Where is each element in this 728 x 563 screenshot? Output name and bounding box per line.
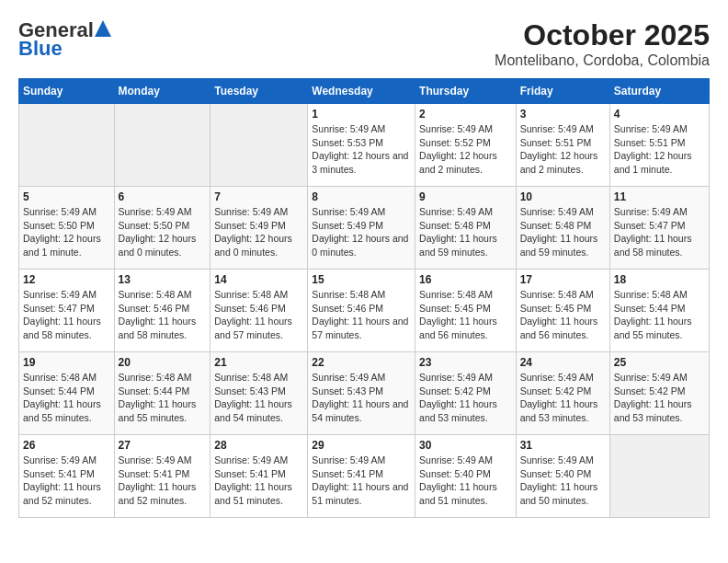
calendar-cell: 26Sunrise: 5:49 AMSunset: 5:41 PMDayligh… [19, 435, 115, 518]
calendar-cell: 28Sunrise: 5:49 AMSunset: 5:41 PMDayligh… [210, 435, 308, 518]
day-number: 22 [312, 356, 411, 369]
day-info: Sunrise: 5:49 AMSunset: 5:42 PMDaylight:… [419, 371, 512, 425]
day-info: Sunrise: 5:48 AMSunset: 5:46 PMDaylight:… [312, 288, 411, 342]
calendar-cell: 13Sunrise: 5:48 AMSunset: 5:46 PMDayligh… [114, 270, 210, 352]
day-info: Sunrise: 5:49 AMSunset: 5:42 PMDaylight:… [520, 371, 606, 425]
calendar-cell [210, 104, 308, 187]
calendar-cell: 21Sunrise: 5:48 AMSunset: 5:43 PMDayligh… [210, 352, 308, 435]
day-number: 5 [23, 190, 110, 203]
weekday-header: Monday [114, 79, 210, 104]
weekday-header-row: SundayMondayTuesdayWednesdayThursdayFrid… [19, 79, 710, 104]
day-info: Sunrise: 5:49 AMSunset: 5:47 PMDaylight:… [614, 205, 705, 259]
day-number: 10 [520, 190, 606, 203]
calendar-title: October 2025 [495, 18, 710, 52]
day-number: 9 [419, 190, 512, 203]
calendar-cell: 19Sunrise: 5:48 AMSunset: 5:44 PMDayligh… [19, 352, 115, 435]
calendar-cell: 1Sunrise: 5:49 AMSunset: 5:53 PMDaylight… [308, 104, 415, 187]
calendar-cell: 23Sunrise: 5:49 AMSunset: 5:42 PMDayligh… [415, 352, 517, 435]
calendar-cell: 20Sunrise: 5:48 AMSunset: 5:44 PMDayligh… [114, 352, 210, 435]
day-info: Sunrise: 5:49 AMSunset: 5:51 PMDaylight:… [614, 122, 705, 177]
day-number: 20 [119, 356, 207, 369]
day-info: Sunrise: 5:49 AMSunset: 5:49 PMDaylight:… [312, 205, 411, 259]
day-number: 2 [419, 108, 512, 121]
calendar-table: SundayMondayTuesdayWednesdayThursdayFrid… [18, 78, 710, 518]
calendar-week-row: 26Sunrise: 5:49 AMSunset: 5:41 PMDayligh… [19, 435, 710, 518]
day-info: Sunrise: 5:48 AMSunset: 5:44 PMDaylight:… [23, 371, 110, 425]
day-number: 6 [119, 190, 207, 203]
day-info: Sunrise: 5:49 AMSunset: 5:40 PMDaylight:… [520, 454, 606, 508]
day-number: 13 [119, 273, 207, 286]
calendar-subtitle: Montelibano, Cordoba, Colombia [495, 52, 710, 69]
day-number: 26 [23, 439, 110, 452]
calendar-cell: 16Sunrise: 5:48 AMSunset: 5:45 PMDayligh… [415, 270, 517, 352]
calendar-cell: 5Sunrise: 5:49 AMSunset: 5:50 PMDaylight… [19, 187, 115, 270]
day-number: 23 [419, 356, 512, 369]
day-info: Sunrise: 5:48 AMSunset: 5:44 PMDaylight:… [119, 371, 207, 425]
calendar-cell: 6Sunrise: 5:49 AMSunset: 5:50 PMDaylight… [114, 187, 210, 270]
day-info: Sunrise: 5:49 AMSunset: 5:48 PMDaylight:… [520, 205, 606, 259]
day-number: 14 [214, 273, 303, 286]
day-info: Sunrise: 5:49 AMSunset: 5:49 PMDaylight:… [214, 205, 303, 259]
calendar-cell: 4Sunrise: 5:49 AMSunset: 5:51 PMDaylight… [609, 104, 709, 187]
day-info: Sunrise: 5:49 AMSunset: 5:41 PMDaylight:… [23, 454, 110, 508]
day-info: Sunrise: 5:48 AMSunset: 5:45 PMDaylight:… [520, 288, 606, 342]
calendar-cell: 31Sunrise: 5:49 AMSunset: 5:40 PMDayligh… [516, 435, 609, 518]
calendar-cell: 17Sunrise: 5:48 AMSunset: 5:45 PMDayligh… [516, 270, 609, 352]
calendar-cell: 27Sunrise: 5:49 AMSunset: 5:41 PMDayligh… [114, 435, 210, 518]
day-info: Sunrise: 5:49 AMSunset: 5:41 PMDaylight:… [312, 454, 411, 508]
calendar-cell: 25Sunrise: 5:49 AMSunset: 5:42 PMDayligh… [609, 352, 709, 435]
day-number: 21 [214, 356, 303, 369]
calendar-cell: 12Sunrise: 5:49 AMSunset: 5:47 PMDayligh… [19, 270, 115, 352]
day-number: 16 [419, 273, 512, 286]
weekday-header: Wednesday [308, 79, 415, 104]
day-info: Sunrise: 5:49 AMSunset: 5:40 PMDaylight:… [419, 454, 512, 508]
calendar-week-row: 19Sunrise: 5:48 AMSunset: 5:44 PMDayligh… [19, 352, 710, 435]
calendar-cell [19, 104, 115, 187]
calendar-cell: 24Sunrise: 5:49 AMSunset: 5:42 PMDayligh… [516, 352, 609, 435]
svg-marker-0 [95, 20, 111, 37]
calendar-cell: 2Sunrise: 5:49 AMSunset: 5:52 PMDaylight… [415, 104, 517, 187]
day-info: Sunrise: 5:49 AMSunset: 5:48 PMDaylight:… [419, 205, 512, 259]
day-number: 25 [614, 356, 705, 369]
calendar-week-row: 1Sunrise: 5:49 AMSunset: 5:53 PMDaylight… [19, 104, 710, 187]
calendar-cell: 10Sunrise: 5:49 AMSunset: 5:48 PMDayligh… [516, 187, 609, 270]
day-number: 7 [214, 190, 303, 203]
day-info: Sunrise: 5:49 AMSunset: 5:52 PMDaylight:… [419, 122, 512, 177]
day-info: Sunrise: 5:49 AMSunset: 5:51 PMDaylight:… [520, 122, 606, 177]
day-info: Sunrise: 5:49 AMSunset: 5:43 PMDaylight:… [312, 371, 411, 425]
calendar-cell: 18Sunrise: 5:48 AMSunset: 5:44 PMDayligh… [609, 270, 709, 352]
day-number: 11 [614, 190, 705, 203]
day-number: 30 [419, 439, 512, 452]
weekday-header: Friday [516, 79, 609, 104]
weekday-header: Sunday [19, 79, 115, 104]
calendar-cell: 15Sunrise: 5:48 AMSunset: 5:46 PMDayligh… [308, 270, 415, 352]
day-info: Sunrise: 5:49 AMSunset: 5:50 PMDaylight:… [119, 205, 207, 259]
calendar-cell [609, 435, 709, 518]
day-info: Sunrise: 5:49 AMSunset: 5:50 PMDaylight:… [23, 205, 110, 259]
calendar-cell [114, 104, 210, 187]
day-info: Sunrise: 5:49 AMSunset: 5:42 PMDaylight:… [614, 371, 705, 425]
logo: General Blue [18, 18, 111, 61]
day-number: 3 [520, 108, 606, 121]
day-info: Sunrise: 5:49 AMSunset: 5:47 PMDaylight:… [23, 288, 110, 342]
day-number: 8 [312, 190, 411, 203]
day-number: 31 [520, 439, 606, 452]
calendar-cell: 14Sunrise: 5:48 AMSunset: 5:46 PMDayligh… [210, 270, 308, 352]
calendar-cell: 3Sunrise: 5:49 AMSunset: 5:51 PMDaylight… [516, 104, 609, 187]
day-info: Sunrise: 5:48 AMSunset: 5:45 PMDaylight:… [419, 288, 512, 342]
calendar-week-row: 12Sunrise: 5:49 AMSunset: 5:47 PMDayligh… [19, 270, 710, 352]
day-info: Sunrise: 5:48 AMSunset: 5:46 PMDaylight:… [119, 288, 207, 342]
day-number: 15 [312, 273, 411, 286]
day-info: Sunrise: 5:48 AMSunset: 5:44 PMDaylight:… [614, 288, 705, 342]
day-number: 12 [23, 273, 110, 286]
day-info: Sunrise: 5:49 AMSunset: 5:41 PMDaylight:… [214, 454, 303, 508]
calendar-cell: 8Sunrise: 5:49 AMSunset: 5:49 PMDaylight… [308, 187, 415, 270]
calendar-cell: 11Sunrise: 5:49 AMSunset: 5:47 PMDayligh… [609, 187, 709, 270]
weekday-header: Saturday [609, 79, 709, 104]
day-info: Sunrise: 5:48 AMSunset: 5:43 PMDaylight:… [214, 371, 303, 425]
day-number: 24 [520, 356, 606, 369]
day-info: Sunrise: 5:49 AMSunset: 5:41 PMDaylight:… [119, 454, 207, 508]
day-number: 1 [312, 108, 411, 121]
calendar-cell: 7Sunrise: 5:49 AMSunset: 5:49 PMDaylight… [210, 187, 308, 270]
day-info: Sunrise: 5:48 AMSunset: 5:46 PMDaylight:… [214, 288, 303, 342]
